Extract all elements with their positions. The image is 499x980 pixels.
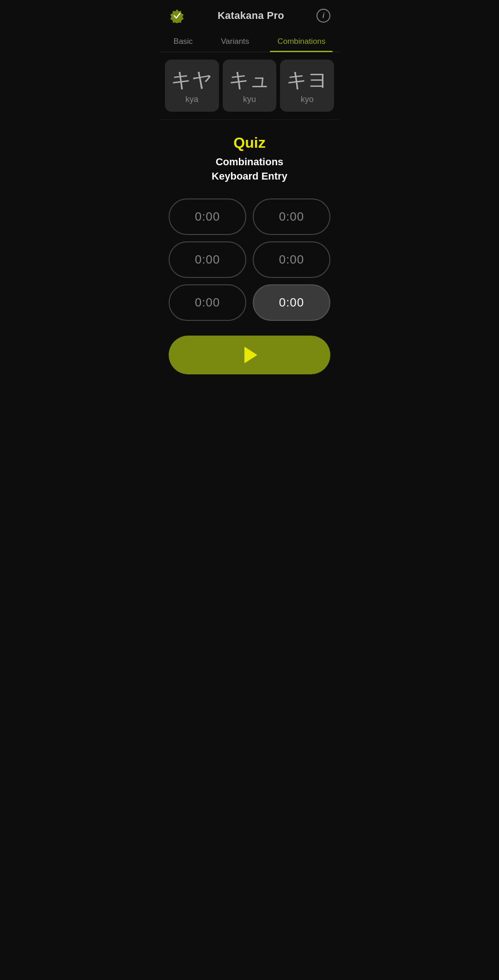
- kana-char-kya: キヤ: [171, 69, 213, 91]
- kana-cards-row: キヤ kya キュ kyu キヨ kyo: [159, 52, 340, 120]
- quiz-subtitle: Combinations Keyboard Entry: [212, 155, 287, 184]
- kana-char-kyu: キュ: [229, 69, 270, 91]
- kana-romanji-kyo: kyo: [301, 95, 314, 104]
- kana-card-kyu[interactable]: キュ kyu: [223, 60, 277, 112]
- timer-grid: 0:00 0:00 0:00 0:00 0:00 0:00: [169, 198, 330, 321]
- tab-combinations[interactable]: Combinations: [270, 33, 333, 52]
- tab-variants[interactable]: Variants: [213, 33, 256, 52]
- quiz-section: Quiz Combinations Keyboard Entry 0:00 0:…: [159, 120, 340, 385]
- timer-btn-5[interactable]: 0:00: [169, 284, 246, 321]
- timer-btn-6[interactable]: 0:00: [253, 284, 330, 321]
- svg-marker-0: [170, 9, 184, 23]
- timer-btn-1[interactable]: 0:00: [169, 198, 246, 235]
- timer-btn-2[interactable]: 0:00: [253, 198, 330, 235]
- kana-card-kyo[interactable]: キヨ kyo: [280, 60, 334, 112]
- app-title: Katakana Pro: [218, 10, 284, 22]
- timer-btn-4[interactable]: 0:00: [253, 241, 330, 278]
- kana-char-kyo: キヨ: [286, 69, 328, 91]
- info-button[interactable]: i: [316, 9, 330, 23]
- kana-romanji-kyu: kyu: [243, 95, 256, 104]
- play-button[interactable]: [169, 336, 330, 374]
- play-icon: [244, 347, 257, 363]
- tab-basic[interactable]: Basic: [166, 33, 201, 52]
- timer-btn-3[interactable]: 0:00: [169, 241, 246, 278]
- quiz-title: Quiz: [233, 134, 265, 151]
- kana-romanji-kya: kya: [185, 95, 198, 104]
- kana-card-kya[interactable]: キヤ kya: [165, 60, 219, 112]
- badge-icon: [169, 7, 185, 24]
- tab-bar: Basic Variants Combinations: [159, 30, 340, 52]
- app-header: Katakana Pro i: [159, 0, 340, 30]
